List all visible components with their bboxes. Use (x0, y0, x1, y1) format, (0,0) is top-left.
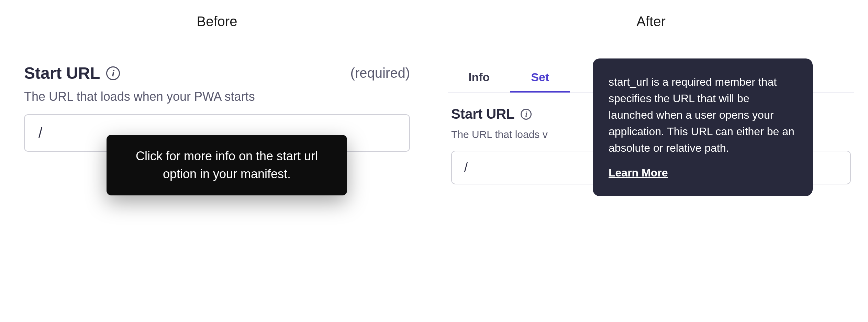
info-icon[interactable]: i (521, 109, 532, 120)
required-indicator: (required) (350, 65, 410, 81)
tab-settings[interactable]: Set (510, 64, 570, 93)
before-label-row: Start URL i (required) (24, 64, 410, 83)
before-label-left: Start URL i (24, 64, 120, 83)
before-heading: Before (0, 14, 434, 29)
tooltip-before-text: Click for more info on the start url opt… (136, 149, 318, 181)
after-heading: After (434, 14, 868, 29)
tooltip-before: Click for more info on the start url opt… (107, 135, 347, 195)
before-helper-text: The URL that loads when your PWA starts (24, 89, 410, 104)
tab-info[interactable]: Info (448, 64, 510, 93)
after-label-left: Start URL i (451, 106, 532, 122)
info-icon[interactable]: i (106, 66, 120, 80)
before-panel: Before Start URL i (required) The URL th… (0, 0, 434, 322)
tooltip-after: start_url is a required member that spec… (593, 58, 813, 196)
start-url-label: Start URL (24, 64, 100, 83)
start-url-label-after: Start URL (451, 106, 514, 122)
tooltip-after-text: start_url is a required member that spec… (609, 74, 797, 156)
learn-more-link[interactable]: Learn More (609, 164, 668, 181)
